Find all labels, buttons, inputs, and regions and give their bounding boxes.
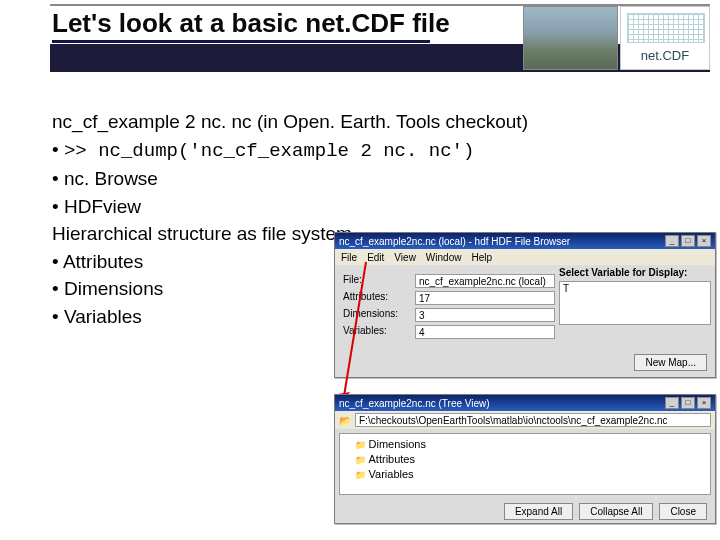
- slide-title: Let's look at a basic net.CDF file: [52, 8, 450, 39]
- logo-grid-icon: [627, 13, 705, 43]
- logo-text: net.CDF: [621, 48, 709, 63]
- maximize-button[interactable]: □: [681, 397, 695, 409]
- tree-node-dimensions[interactable]: Dimensions: [355, 437, 705, 452]
- bullet-hdfview: HDFview: [52, 193, 700, 221]
- folder-icon: 📂: [339, 415, 351, 426]
- file-label: File:: [343, 274, 407, 288]
- menu-view[interactable]: View: [394, 252, 416, 263]
- tree-node-variables[interactable]: Variables: [355, 467, 705, 482]
- close-button[interactable]: ×: [697, 397, 711, 409]
- variables-label: Variables:: [343, 325, 407, 339]
- attributes-value: 17: [415, 291, 555, 305]
- file-value: nc_cf_example2nc.nc (local): [415, 274, 555, 288]
- tree-view-buttons: Expand All Collapse All Close: [335, 499, 715, 523]
- menu-help[interactable]: Help: [471, 252, 492, 263]
- bullet-ncdump: >> nc_dump('nc_cf_example 2 nc. nc'): [52, 136, 700, 166]
- tree-view-pathbar: 📂 F:\checkouts\OpenEarthTools\matlab\io\…: [335, 411, 715, 429]
- hdf-browser-window: nc_cf_example2nc.nc (local) - hdf HDF Fi…: [334, 232, 716, 378]
- tree-node-attributes[interactable]: Attributes: [355, 452, 705, 467]
- tree-view-tree[interactable]: Dimensions Attributes Variables: [339, 433, 711, 495]
- menu-edit[interactable]: Edit: [367, 252, 384, 263]
- title-underline: [52, 40, 430, 43]
- netcdf-logo: net.CDF: [620, 6, 710, 70]
- new-map-button[interactable]: New Map...: [634, 354, 707, 371]
- bullet-list-1: >> nc_dump('nc_cf_example 2 nc. nc') nc.…: [52, 136, 700, 221]
- hdf-browser-title: nc_cf_example2nc.nc (local) - hdf HDF Fi…: [339, 236, 570, 247]
- tree-view-title: nc_cf_example2nc.nc (Tree View): [339, 398, 490, 409]
- bullet-ncbrowse: nc. Browse: [52, 165, 700, 193]
- hdf-browser-menubar: File Edit View Window Help: [335, 249, 715, 265]
- minimize-button[interactable]: _: [665, 397, 679, 409]
- attributes-label: Attributes:: [343, 291, 407, 305]
- variable-select-list[interactable]: T: [559, 281, 711, 325]
- minimize-button[interactable]: _: [665, 235, 679, 247]
- maximize-button[interactable]: □: [681, 235, 695, 247]
- intro-line: nc_cf_example 2 nc. nc (in Open. Earth. …: [52, 108, 700, 136]
- header-photo: [523, 6, 618, 70]
- variables-value: 4: [415, 325, 555, 339]
- tree-view-path[interactable]: F:\checkouts\OpenEarthTools\matlab\io\nc…: [355, 413, 711, 427]
- collapse-all-button[interactable]: Collapse All: [579, 503, 653, 520]
- tree-view-window: nc_cf_example2nc.nc (Tree View) _ □ × 📂 …: [334, 394, 716, 524]
- variable-select-label: Select Variable for Display:: [559, 267, 711, 278]
- dimensions-value: 3: [415, 308, 555, 322]
- close-button[interactable]: Close: [659, 503, 707, 520]
- expand-all-button[interactable]: Expand All: [504, 503, 573, 520]
- dimensions-label: Dimensions:: [343, 308, 407, 322]
- menu-file[interactable]: File: [341, 252, 357, 263]
- variable-select-panel: Select Variable for Display: T: [559, 267, 711, 325]
- close-button[interactable]: ×: [697, 235, 711, 247]
- tree-view-titlebar[interactable]: nc_cf_example2nc.nc (Tree View) _ □ ×: [335, 395, 715, 411]
- slide-header: Let's look at a basic net.CDF file net.C…: [0, 0, 720, 70]
- hdf-browser-titlebar[interactable]: nc_cf_example2nc.nc (local) - hdf HDF Fi…: [335, 233, 715, 249]
- menu-window[interactable]: Window: [426, 252, 462, 263]
